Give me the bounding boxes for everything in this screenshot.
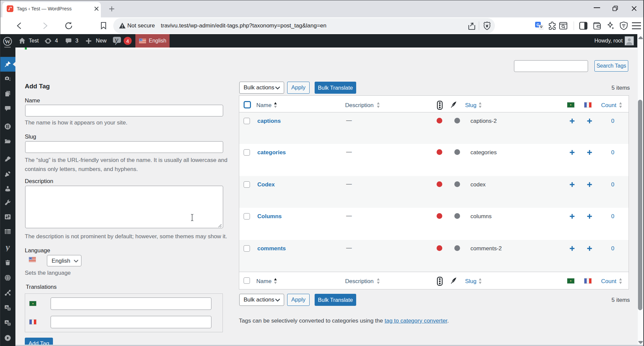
svg-text:G: G (536, 23, 539, 27)
svg-text:y: y (114, 36, 118, 44)
svg-text:y: y (5, 244, 10, 251)
svg-text:W: W (5, 38, 11, 45)
